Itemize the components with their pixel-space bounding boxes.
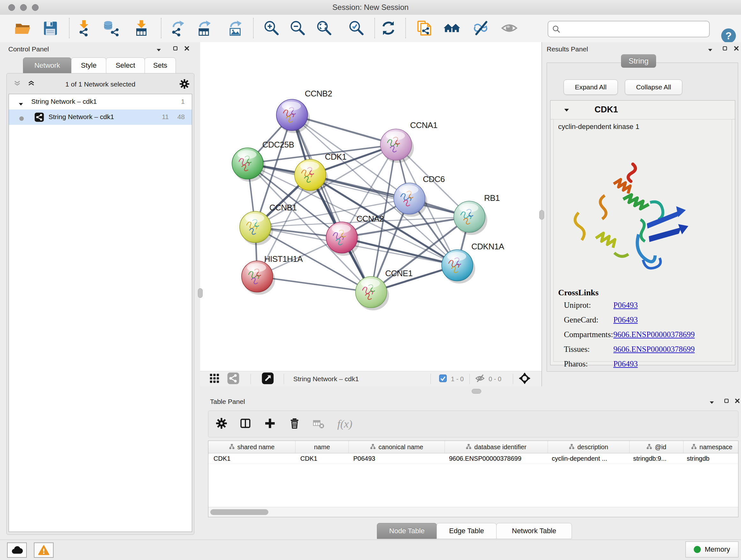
panel-menu-icon[interactable] xyxy=(708,47,713,53)
tab-string[interactable]: String xyxy=(621,54,656,68)
column-header--id[interactable]: @id xyxy=(630,441,684,453)
gene-name: CDK1 xyxy=(595,105,618,115)
zoom-selected-icon[interactable] xyxy=(348,19,365,37)
column-header-name[interactable]: name xyxy=(295,441,349,453)
warnings-button[interactable] xyxy=(34,543,54,558)
string-badge-icon[interactable] xyxy=(227,372,240,386)
import-network-file-icon[interactable] xyxy=(75,19,92,37)
table-cell[interactable]: stringdb xyxy=(682,453,738,463)
refresh-network-icon[interactable] xyxy=(380,19,397,37)
column-header-description[interactable]: description xyxy=(548,441,630,453)
collapse-entry-icon[interactable] xyxy=(564,108,569,113)
collapse-all-button[interactable]: Collapse All xyxy=(625,79,682,95)
node-RB1[interactable]: RB1 xyxy=(454,193,500,235)
network-row-selected[interactable]: String Network – cdk1 11 48 xyxy=(9,110,192,125)
network-canvas[interactable]: CCNB2 CCNA1 CDC25B CDK1 xyxy=(200,42,542,371)
panel-close-icon[interactable] xyxy=(185,46,189,52)
column-header-database-identifier[interactable]: database identifier xyxy=(445,441,548,453)
string-import-file-icon[interactable] xyxy=(416,19,433,37)
fit-content-icon[interactable] xyxy=(316,19,333,37)
column-header-namespace[interactable]: namespace xyxy=(684,441,738,453)
right-splitter-handle[interactable] xyxy=(539,210,544,220)
scrollbar-thumb[interactable] xyxy=(210,509,268,515)
table-cell[interactable]: cyclin-dependent ... xyxy=(547,453,628,463)
network-collection-row[interactable]: String Network – cdk1 1 xyxy=(9,94,192,110)
panel-float-icon[interactable] xyxy=(724,398,729,405)
save-session-icon[interactable] xyxy=(42,19,59,37)
node-CCNB1[interactable]: CCNB1 xyxy=(240,203,297,245)
column-header-canonical-name[interactable]: canonical name xyxy=(349,441,445,453)
tab-network[interactable]: Network xyxy=(23,57,71,73)
node-CDC6[interactable]: CDC6 xyxy=(394,174,445,217)
panel-float-icon[interactable] xyxy=(173,46,178,52)
export-network-icon[interactable] xyxy=(170,19,187,37)
export-table-icon[interactable] xyxy=(196,19,213,37)
tab-select[interactable]: Select xyxy=(106,57,145,73)
show-columns-icon[interactable] xyxy=(239,417,252,431)
import-network-database-icon[interactable] xyxy=(103,19,120,37)
panel-menu-icon[interactable] xyxy=(156,47,161,53)
tab-sets[interactable]: Sets xyxy=(145,57,176,73)
node-label-CCNB1: CCNB1 xyxy=(269,203,297,212)
crosslink-link[interactable]: P06493 xyxy=(613,360,637,368)
search-input[interactable] xyxy=(560,23,709,36)
zoom-in-icon[interactable] xyxy=(263,19,280,37)
node-CDKN1A[interactable]: CDKN1A xyxy=(442,242,504,284)
panel-float-icon[interactable] xyxy=(723,46,727,52)
expand-all-button[interactable]: Expand All xyxy=(563,79,618,95)
panel-menu-icon[interactable] xyxy=(710,400,714,406)
network-options-gear-icon[interactable] xyxy=(179,78,190,91)
table-cell[interactable]: CDK1 xyxy=(295,453,348,463)
column-header-shared-name[interactable]: shared name xyxy=(208,441,295,453)
table-row[interactable]: CDK1CDK1P064939606.ENSP00000378699cyclin… xyxy=(208,453,738,464)
open-in-browser-icon[interactable] xyxy=(261,372,274,386)
export-image-icon[interactable] xyxy=(227,19,245,37)
panel-close-icon[interactable] xyxy=(734,46,739,52)
edge-CCNE1-CCNB2[interactable] xyxy=(292,115,371,292)
node-CCNB2[interactable]: CCNB2 xyxy=(276,89,332,133)
gene-header[interactable]: CDK1 xyxy=(550,101,735,119)
table-options-gear-icon[interactable] xyxy=(215,417,227,431)
create-column-icon[interactable] xyxy=(264,417,276,431)
memory-button[interactable]: Memory xyxy=(685,542,738,557)
edge-count: 48 xyxy=(178,113,185,121)
string-home-icon[interactable] xyxy=(443,19,461,37)
tab-style[interactable]: Style xyxy=(71,57,106,73)
crosslink-link[interactable]: P06493 xyxy=(613,315,637,324)
hidden-eye-icon[interactable] xyxy=(475,374,485,384)
tab-edge-table[interactable]: Edge Table xyxy=(436,523,496,539)
crosslinks-list: Uniprot:P06493GeneCard:P06493Compartment… xyxy=(564,301,727,374)
birds-eye-view-icon[interactable] xyxy=(519,372,531,386)
zoom-out-icon[interactable] xyxy=(289,19,307,37)
import-table-file-icon[interactable] xyxy=(133,19,150,37)
search-field[interactable] xyxy=(548,21,710,37)
table-cell[interactable]: CDK1 xyxy=(208,453,295,463)
tab-network-table[interactable]: Network Table xyxy=(496,523,572,539)
tab-node-table[interactable]: Node Table xyxy=(377,523,437,539)
crosslink-link[interactable]: 9606.ENSP00000378699 xyxy=(613,345,695,354)
open-session-icon[interactable] xyxy=(14,19,31,37)
automation-button[interactable] xyxy=(7,543,27,558)
left-splitter-handle[interactable] xyxy=(198,288,203,298)
column-type-icon xyxy=(370,443,376,451)
table-horizontal-scrollbar[interactable] xyxy=(208,507,738,517)
bottom-splitter-handle[interactable] xyxy=(472,389,481,394)
help-button[interactable]: ? xyxy=(721,28,736,43)
delete-column-icon[interactable] xyxy=(289,417,300,431)
node-CCNA1[interactable]: CCNA1 xyxy=(381,120,437,163)
node-CDK1[interactable]: CDK1 xyxy=(294,152,346,193)
crosslink-link[interactable]: P06493 xyxy=(613,301,637,309)
table-cell[interactable]: P06493 xyxy=(348,453,444,463)
crosslink-link[interactable]: 9606.ENSP00000378699 xyxy=(613,330,695,339)
selected-checkbox-icon[interactable] xyxy=(439,374,447,384)
tree-expand-icon[interactable] xyxy=(18,100,23,108)
node-HIST1H1A[interactable]: HIST1H1A xyxy=(242,254,303,295)
table-toolbar: f(x) xyxy=(208,411,738,437)
table-cell[interactable]: stringdb:9... xyxy=(628,453,682,463)
flat-effect-icon[interactable] xyxy=(501,19,518,37)
table-cell[interactable]: 9606.ENSP00000378699 xyxy=(444,453,547,463)
glass-effect-icon[interactable] xyxy=(472,19,489,37)
network-view[interactable]: CCNB2 CCNA1 CDC25B CDK1 xyxy=(200,42,542,386)
grid-view-icon[interactable] xyxy=(209,373,220,385)
panel-close-icon[interactable] xyxy=(735,398,740,405)
